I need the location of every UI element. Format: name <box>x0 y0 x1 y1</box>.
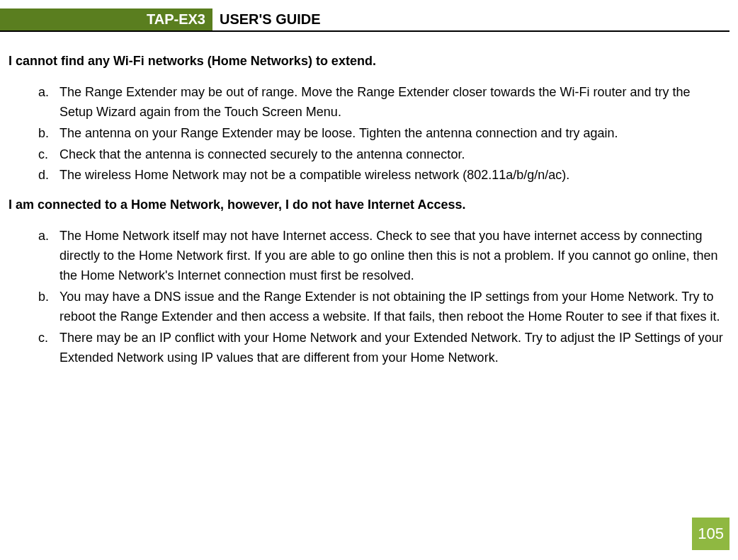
list-text: The Range Extender may be out of range. … <box>59 85 690 119</box>
list-marker: c. <box>38 328 48 348</box>
document-header: TAP-EX3 USER'S GUIDE <box>0 8 730 32</box>
list-text: You may have a DNS issue and the Range E… <box>59 290 720 324</box>
section2-item-b: b. You may have a DNS issue and the Rang… <box>59 287 725 327</box>
list-text: The Home Network itself may not have Int… <box>59 229 718 282</box>
section1-item-b: b. The antenna on your Range Extender ma… <box>59 124 725 144</box>
section1-item-d: d. The wireless Home Network may not be … <box>59 166 725 185</box>
section1-heading: I cannot find any Wi-Fi networks (Home N… <box>8 52 725 72</box>
page-number: 105 <box>692 518 730 550</box>
list-text: Check that the antenna is connected secu… <box>59 147 465 161</box>
list-marker: a. <box>38 227 49 246</box>
list-text: There may be an IP conflict with your Ho… <box>59 331 723 365</box>
document-title: USER'S GUIDE <box>212 8 328 30</box>
section2-item-a: a. The Home Network itself may not have … <box>59 227 725 286</box>
section2-heading: I am connected to a Home Network, howeve… <box>8 195 725 215</box>
list-marker: b. <box>38 287 49 307</box>
list-marker: c. <box>38 145 48 165</box>
product-badge: TAP-EX3 <box>0 8 212 30</box>
list-text: The antenna on your Range Extender may b… <box>59 126 618 140</box>
document-body: I cannot find any Wi-Fi networks (Home N… <box>0 32 738 367</box>
list-text: The wireless Home Network may not be a c… <box>59 168 569 182</box>
section2-list: a. The Home Network itself may not have … <box>8 227 725 367</box>
list-marker: d. <box>38 166 49 185</box>
list-marker: b. <box>38 124 49 144</box>
section1-item-a: a. The Range Extender may be out of rang… <box>59 83 725 122</box>
section1-item-c: c. Check that the antenna is connected s… <box>59 145 725 165</box>
section1-list: a. The Range Extender may be out of rang… <box>8 83 725 185</box>
section2-item-c: c. There may be an IP conflict with your… <box>59 328 725 368</box>
list-marker: a. <box>38 83 49 103</box>
